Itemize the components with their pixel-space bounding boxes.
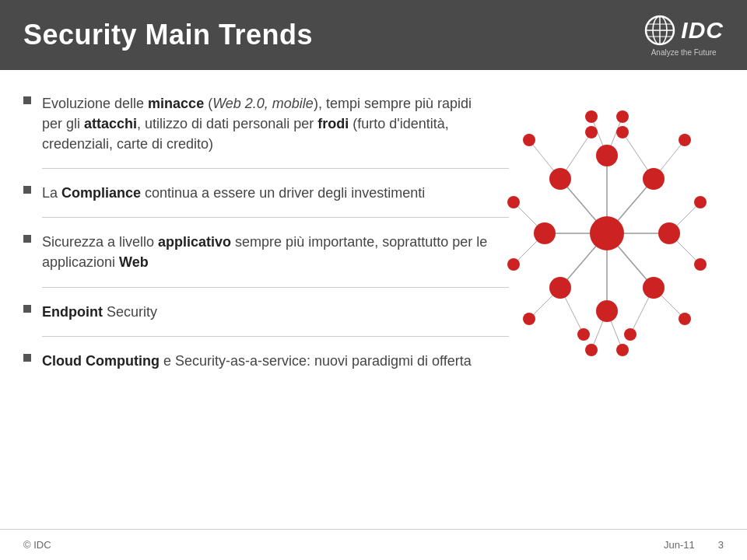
svg-point-38 xyxy=(523,313,535,325)
bullet-marker xyxy=(23,305,31,313)
svg-point-42 xyxy=(585,110,598,123)
separator xyxy=(42,287,509,288)
brand-tagline: Analyze the Future xyxy=(651,48,717,57)
footer: © IDC Jun-11 3 xyxy=(0,529,747,560)
svg-point-46 xyxy=(549,168,571,190)
svg-point-40 xyxy=(624,328,637,341)
bullet-text-5: Cloud Computing e Security-as-a-service:… xyxy=(42,351,472,371)
footer-page: 3 xyxy=(718,539,724,551)
list-item: Evoluzione delle minacce (Web 2.0, mobil… xyxy=(23,93,490,154)
svg-point-37 xyxy=(694,258,707,271)
bullet-text-2: La Compliance continua a essere un drive… xyxy=(42,183,425,203)
idc-logo: IDC Analyze the Future xyxy=(644,14,724,57)
brand-name: IDC xyxy=(681,17,724,44)
list-item: La Compliance continua a essere un drive… xyxy=(23,183,490,203)
svg-point-54 xyxy=(590,216,624,250)
bullet-text-3: Sicurezza a livello applicativo sempre p… xyxy=(42,232,490,272)
bullet-marker xyxy=(23,235,31,243)
footer-copyright: © IDC xyxy=(23,539,51,551)
bullet-marker xyxy=(23,96,31,104)
svg-point-53 xyxy=(596,300,618,322)
svg-point-48 xyxy=(534,222,556,244)
list-item: Cloud Computing e Security-as-a-service:… xyxy=(23,351,490,371)
list-item: Sicurezza a livello applicativo sempre p… xyxy=(23,232,490,272)
svg-point-39 xyxy=(577,328,590,341)
footer-meta: Jun-11 3 xyxy=(664,539,724,551)
logo-graphic: IDC xyxy=(644,14,724,47)
svg-point-30 xyxy=(523,134,535,146)
svg-point-47 xyxy=(643,168,665,190)
network-svg xyxy=(482,78,731,389)
bullet-text-4: Endpoint Security xyxy=(42,302,157,322)
svg-point-36 xyxy=(694,196,707,208)
svg-point-51 xyxy=(643,277,665,299)
svg-point-31 xyxy=(585,126,598,138)
svg-point-35 xyxy=(507,258,520,271)
bullet-marker xyxy=(23,186,31,194)
svg-point-34 xyxy=(507,196,520,208)
header: Security Main Trends IDC Analyze the Fut… xyxy=(0,0,747,70)
separator xyxy=(42,217,509,218)
svg-point-44 xyxy=(585,344,598,356)
svg-point-52 xyxy=(596,145,618,166)
separator xyxy=(42,336,509,337)
svg-point-45 xyxy=(616,344,629,356)
globe-icon xyxy=(644,14,676,47)
list-item: Endpoint Security xyxy=(23,302,490,322)
separator xyxy=(42,168,509,169)
bullet-marker xyxy=(23,354,31,362)
svg-point-43 xyxy=(616,110,629,123)
svg-point-32 xyxy=(616,126,629,138)
bullet-text-1: Evoluzione delle minacce (Web 2.0, mobil… xyxy=(42,93,490,154)
svg-point-50 xyxy=(549,277,571,299)
svg-point-41 xyxy=(679,313,691,325)
footer-date: Jun-11 xyxy=(664,539,695,551)
main-content: Evoluzione delle minacce (Web 2.0, mobil… xyxy=(0,70,747,529)
network-diagram xyxy=(482,78,731,389)
svg-point-49 xyxy=(658,222,680,244)
svg-point-33 xyxy=(679,134,691,146)
page-title: Security Main Trends xyxy=(23,19,313,51)
